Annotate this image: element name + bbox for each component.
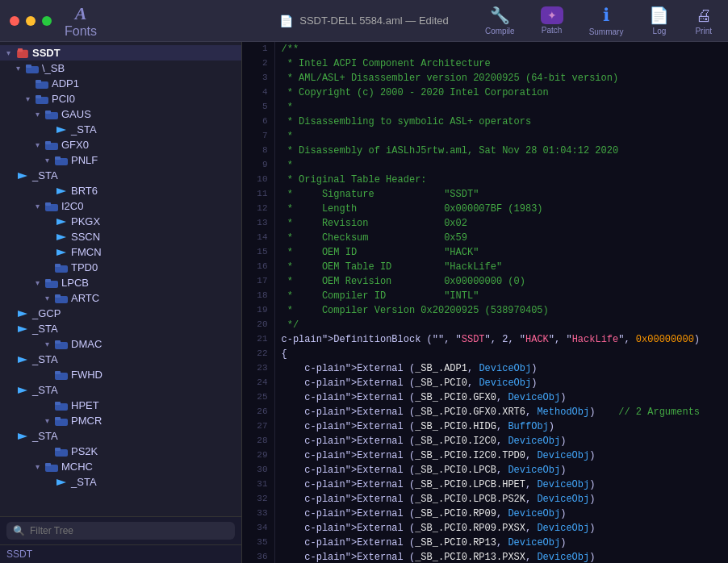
tree-item[interactable]: ▾PNLF bbox=[0, 152, 241, 168]
svg-rect-25 bbox=[45, 279, 51, 282]
tree-arrow-icon: ▾ bbox=[45, 294, 55, 302]
svg-marker-15 bbox=[18, 173, 27, 179]
patch-button[interactable]: ✦ Patch bbox=[534, 3, 570, 38]
toolbar-right: 🔧 Compile ✦ Patch ℹ Summary 📄 Log 🖨 Prin… bbox=[479, 2, 718, 40]
compile-button[interactable]: 🔧 Compile bbox=[479, 2, 521, 39]
line-number: 5 bbox=[242, 100, 274, 115]
device-icon bbox=[36, 94, 48, 104]
tree-label: FMCN bbox=[71, 246, 102, 258]
line-code: * Checksum 0x59 bbox=[274, 231, 728, 245]
device-icon bbox=[26, 64, 39, 73]
tree-item[interactable]: SSCN bbox=[0, 229, 241, 244]
svg-rect-39 bbox=[55, 417, 61, 420]
tree-label: ADP1 bbox=[52, 77, 79, 90]
tree-item[interactable]: FWHD bbox=[0, 367, 241, 382]
tree-item[interactable]: BRT6 bbox=[0, 183, 241, 198]
line-number: 7 bbox=[242, 129, 274, 144]
tree-item[interactable]: ▾\_SB bbox=[0, 60, 241, 76]
code-line: 19 * Compiler Version 0x20200925 (538970… bbox=[242, 303, 728, 318]
code-line: 14 * Checksum 0x59 bbox=[242, 231, 728, 245]
line-code: * bbox=[274, 129, 728, 144]
line-number: 35 bbox=[242, 536, 274, 550]
line-number: 11 bbox=[242, 187, 274, 202]
code-line: 9 * bbox=[242, 158, 728, 173]
code-line: 13 * Revision 0x02 bbox=[242, 216, 728, 231]
tree-item[interactable]: ADP1 bbox=[0, 76, 241, 91]
tree-item[interactable]: HPET bbox=[0, 398, 241, 413]
tree-item[interactable]: PKGX bbox=[0, 214, 241, 229]
tree-item[interactable]: ▾I2C0 bbox=[0, 198, 241, 214]
tree-item[interactable]: ▾LPCB bbox=[0, 275, 241, 290]
tree-item[interactable]: _STA bbox=[0, 352, 241, 367]
search-icon: 🔍 bbox=[13, 525, 25, 536]
tree-label: _GCP bbox=[32, 307, 61, 319]
code-line: 28 c-plain">External (_SB_.PCI0.I2C0, De… bbox=[242, 434, 728, 448]
line-number: 15 bbox=[242, 245, 274, 260]
method-icon bbox=[55, 125, 68, 135]
line-number: 28 bbox=[242, 434, 274, 448]
tree-item[interactable]: ▾MCHC bbox=[0, 459, 241, 474]
maximize-button[interactable] bbox=[42, 16, 52, 26]
tree-item[interactable]: PS2K bbox=[0, 444, 241, 459]
tree-item[interactable]: TPD0 bbox=[0, 260, 241, 275]
code-line: 22{ bbox=[242, 347, 728, 361]
close-button[interactable] bbox=[10, 16, 19, 26]
minimize-button[interactable] bbox=[26, 16, 36, 26]
line-code: * Revision 0x02 bbox=[274, 216, 728, 231]
line-number: 34 bbox=[242, 521, 274, 536]
code-line: 6 * Disassembling to symbolic ASL+ opera… bbox=[242, 115, 728, 129]
svg-rect-3 bbox=[26, 65, 31, 68]
tree-item[interactable]: ▾ARTC bbox=[0, 290, 241, 306]
line-code: c-plain">External (_SB_.PCI0.I2C0, Devic… bbox=[274, 434, 728, 448]
device-icon bbox=[55, 340, 68, 349]
sidebar-tree[interactable]: ▾SSDT▾\_SBADP1▾PCI0▾GAUS_STA▾GFX0▾PNLF_S… bbox=[0, 42, 241, 516]
tree-item[interactable]: _STA bbox=[0, 168, 241, 183]
tree-item[interactable]: _STA bbox=[0, 428, 241, 444]
tree-item[interactable]: _STA bbox=[0, 122, 241, 137]
line-code: /** bbox=[274, 42, 728, 56]
svg-marker-19 bbox=[56, 219, 66, 225]
svg-rect-44 bbox=[45, 463, 51, 466]
tree-label: ARTC bbox=[71, 292, 99, 304]
svg-rect-37 bbox=[55, 402, 61, 405]
tree-item[interactable]: FMCN bbox=[0, 244, 241, 260]
line-number: 6 bbox=[242, 115, 274, 129]
tree-item[interactable]: ▾GFX0 bbox=[0, 137, 241, 152]
line-number: 1 bbox=[242, 42, 274, 56]
tree-item[interactable]: ▾PMCR bbox=[0, 413, 241, 428]
print-button[interactable]: 🖨 Print bbox=[688, 3, 718, 39]
line-code: c-plain">External (_SB_.PCI0, DeviceObj) bbox=[274, 376, 728, 390]
log-button[interactable]: 📄 Log bbox=[642, 2, 676, 39]
tree-label: I2C0 bbox=[61, 200, 83, 212]
tree-item[interactable]: ▾DMAC bbox=[0, 336, 241, 352]
sidebar: ▾SSDT▾\_SBADP1▾PCI0▾GAUS_STA▾GFX0▾PNLF_S… bbox=[0, 42, 242, 563]
tree-item[interactable]: ▾SSDT bbox=[0, 45, 241, 60]
patch-label: Patch bbox=[542, 26, 563, 35]
code-line: 29 c-plain">External (_SB_.PCI0.I2C0.TPD… bbox=[242, 448, 728, 463]
line-code: c-plain">External (_SB_.PCI0.RP13.PXSX, … bbox=[274, 550, 728, 563]
summary-button[interactable]: ℹ Summary bbox=[583, 2, 630, 40]
tree-item[interactable]: ▾PCI0 bbox=[0, 91, 241, 106]
line-number: 30 bbox=[242, 463, 274, 478]
tree-label: PCI0 bbox=[52, 93, 75, 105]
line-code: c-plain">DefinitionBlock ("", "SSDT", 2,… bbox=[274, 332, 728, 347]
tree-item[interactable]: ▾GAUS bbox=[0, 106, 241, 122]
code-line: 23 c-plain">External (_SB_.ADP1, DeviceO… bbox=[242, 361, 728, 376]
log-label: Log bbox=[653, 27, 667, 35]
line-code: * Intel ACPI Component Architecture bbox=[274, 56, 728, 71]
method-icon bbox=[16, 171, 29, 181]
svg-marker-16 bbox=[56, 188, 66, 194]
svg-rect-12 bbox=[45, 141, 51, 144]
tree-item[interactable]: _STA bbox=[0, 321, 241, 336]
tree-item[interactable]: _GCP bbox=[0, 306, 241, 321]
tree-item[interactable]: _STA bbox=[0, 474, 241, 490]
line-number: 31 bbox=[242, 478, 274, 492]
tree-label: PS2K bbox=[71, 445, 98, 457]
device-icon bbox=[55, 156, 68, 165]
code-editor[interactable]: 1/**2 * Intel ACPI Component Architectur… bbox=[242, 42, 728, 563]
tree-item[interactable]: _STA bbox=[0, 382, 241, 398]
fonts-button[interactable]: A Fonts bbox=[58, 0, 103, 42]
svg-marker-40 bbox=[18, 433, 27, 440]
tree-label: BRT6 bbox=[71, 185, 98, 197]
filter-input[interactable] bbox=[30, 525, 228, 536]
